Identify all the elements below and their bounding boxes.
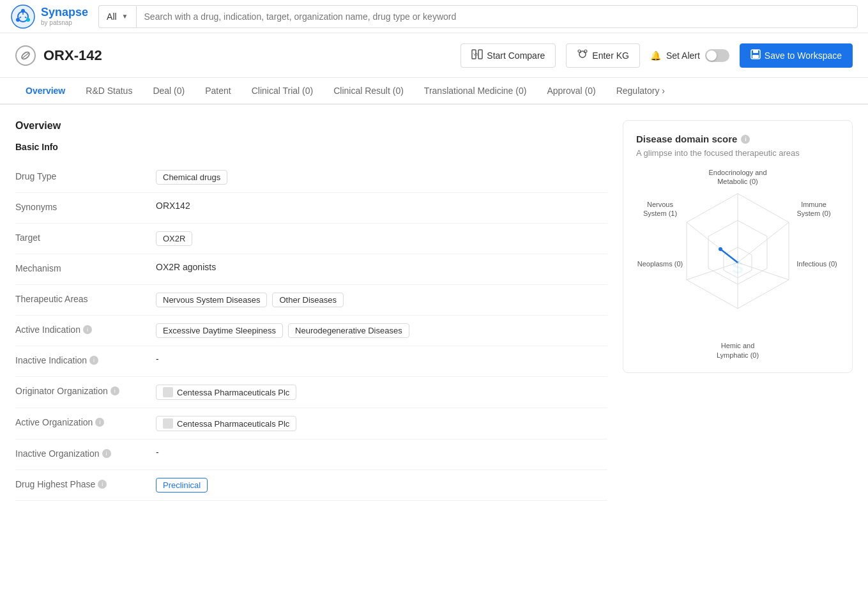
tabs-bar: Overview R&D Status Deal (0) Patent Clin… [0, 78, 868, 105]
set-alert-icon: 🔔 [650, 50, 661, 61]
tab-regulatory[interactable]: Regulatory › [606, 78, 675, 105]
enter-kg-button[interactable]: Enter KG [566, 43, 640, 68]
target-row: Target OX2R [15, 224, 607, 254]
inactive-indication-label: Inactive Indication i [15, 354, 156, 365]
drug-name: ORX-142 [43, 47, 102, 64]
content-area: Overview Basic Info Drug Type Chemical d… [0, 105, 868, 516]
mechanism-row: Mechanism OX2R agonists [15, 254, 607, 285]
tab-patent[interactable]: Patent [195, 78, 241, 105]
phase-tag: Preclinical [156, 478, 208, 493]
tab-rd-status[interactable]: R&D Status [75, 78, 142, 105]
tab-deal[interactable]: Deal (0) [142, 78, 195, 105]
header-actions: V5 Start Compare Enter KG 🔔 Set Alert [461, 43, 853, 68]
disease-domain-info-icon: i [741, 135, 750, 144]
tab-overview[interactable]: Overview [15, 78, 75, 105]
originator-org-tag[interactable]: Centessa Pharmaceuticals Plc [156, 385, 296, 400]
radar-chart-container: S Endocrinology andMetabolic (0) ImmuneS… [636, 168, 839, 360]
radar-chart: S [642, 174, 834, 353]
tab-clinical-trial[interactable]: Clinical Trial (0) [241, 78, 323, 105]
compare-icon: V5 [471, 49, 483, 62]
svg-line-26 [738, 222, 789, 263]
target-tag[interactable]: OX2R [156, 231, 192, 246]
drug-type-value: Chemical drugs [156, 170, 607, 185]
save-workspace-button[interactable]: Save to Workspace [740, 43, 853, 68]
active-org-info-icon: i [95, 418, 104, 427]
drug-phase-info-icon: i [98, 480, 107, 489]
brand-sub: by patsnap [41, 19, 88, 27]
svg-rect-20 [752, 55, 759, 58]
logo-area: Synapse by patsnap [10, 4, 88, 29]
logo-text: Synapse by patsnap [41, 6, 88, 27]
svg-line-16 [581, 52, 581, 53]
dropdown-label: All [107, 11, 117, 22]
svg-point-0 [11, 5, 34, 28]
therapeutic-tag-2: Other Diseases [272, 293, 344, 307]
svg-text:S: S [732, 257, 744, 277]
search-input[interactable] [136, 5, 858, 28]
org-logo-icon [163, 387, 173, 397]
set-alert-toggle[interactable] [705, 49, 729, 62]
svg-point-14 [578, 50, 581, 52]
svg-text:V5: V5 [473, 52, 478, 56]
set-alert-container: 🔔 Set Alert [650, 49, 729, 62]
brand-name: Synapse [41, 6, 88, 20]
tab-translational-medicine[interactable]: Translational Medicine (0) [414, 78, 537, 105]
inactive-org-value: - [156, 447, 607, 457]
main-content: Overview Basic Info Drug Type Chemical d… [15, 120, 607, 501]
synonyms-value: ORX142 [156, 201, 607, 211]
svg-point-3 [26, 18, 30, 22]
active-indication-label: Active Indication i [15, 323, 156, 335]
therapeutic-tag-1: Nervous System Diseases [156, 293, 267, 307]
svg-point-4 [16, 18, 20, 22]
synonyms-row: Synonyms ORX142 [15, 193, 607, 224]
kg-icon [577, 49, 588, 62]
mechanism-label: Mechanism [15, 262, 156, 273]
disease-domain-subtitle: A glimpse into the focused therapeutic a… [636, 148, 839, 158]
pill-icon [20, 50, 31, 61]
indication-tag-2: Neurodegenerative Diseases [288, 323, 409, 338]
active-indication-value: Excessive Daytime Sleepiness Neurodegene… [156, 323, 607, 338]
mechanism-value: OX2R agonists [156, 262, 607, 272]
inactive-org-info-icon: i [102, 449, 111, 458]
toggle-thumb [706, 50, 717, 61]
originator-org-row: Originator Organization i Centessa Pharm… [15, 377, 607, 408]
synapse-logo-icon [10, 4, 36, 29]
drug-type-row: Drug Type Chemical drugs [15, 162, 607, 193]
drug-icon [15, 45, 36, 66]
svg-line-17 [584, 52, 584, 53]
svg-point-15 [584, 50, 587, 52]
tab-approval[interactable]: Approval (0) [537, 78, 605, 105]
target-label: Target [15, 231, 156, 243]
svg-point-2 [21, 9, 25, 13]
set-alert-label: Set Alert [666, 50, 700, 61]
tab-clinical-result[interactable]: Clinical Result (0) [323, 78, 414, 105]
save-workspace-label: Save to Workspace [765, 50, 842, 61]
top-navigation: Synapse by patsnap All ▼ [0, 0, 868, 33]
active-org-value: Centessa Pharmaceuticals Plc [156, 416, 607, 431]
drug-type-label: Drug Type [15, 170, 156, 181]
search-area: All ▼ [98, 5, 858, 28]
search-type-dropdown[interactable]: All ▼ [98, 5, 135, 28]
active-org-row: Active Organization i Centessa Pharmaceu… [15, 408, 607, 439]
active-org-tag[interactable]: Centessa Pharmaceuticals Plc [156, 416, 296, 431]
drug-type-tag: Chemical drugs [156, 170, 227, 185]
basic-info-title: Basic Info [15, 142, 607, 152]
inactive-indication-info-icon: i [89, 356, 98, 365]
target-value: OX2R [156, 231, 607, 246]
drug-highest-phase-label: Drug Highest Phase i [15, 478, 156, 489]
overview-section-title: Overview [15, 120, 607, 132]
inactive-indication-value: - [156, 354, 607, 364]
save-icon [750, 49, 761, 62]
kg-icon-svg [577, 49, 588, 59]
active-indication-row: Active Indication i Excessive Daytime Sl… [15, 316, 607, 346]
originator-org-info-icon: i [110, 386, 119, 395]
compare-icon-svg: V5 [471, 49, 483, 59]
therapeutic-areas-label: Therapeutic Areas [15, 293, 156, 304]
org-logo-2-icon [163, 418, 173, 429]
start-compare-button[interactable]: V5 Start Compare [461, 43, 556, 68]
side-panel: Disease domain score i A glimpse into th… [623, 120, 853, 501]
disease-domain-title: Disease domain score i [636, 134, 839, 144]
drug-highest-phase-value: Preclinical [156, 478, 607, 493]
disease-domain-card: Disease domain score i A glimpse into th… [623, 120, 853, 373]
active-org-label: Active Organization i [15, 416, 156, 427]
